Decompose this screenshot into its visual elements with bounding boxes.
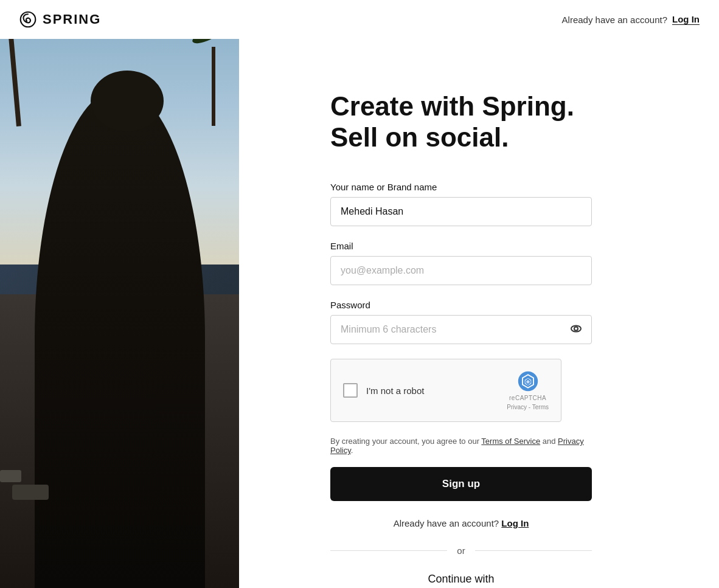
logo-text: SPRING [43, 12, 101, 27]
divider-text: or [457, 545, 465, 556]
spring-logo-icon [19, 11, 36, 28]
toggle-password-button[interactable] [569, 322, 583, 338]
logo[interactable]: SPRING [19, 11, 101, 28]
captcha-separator: - [529, 404, 530, 410]
eye-icon [569, 322, 583, 336]
recaptcha-box: I'm not a robot reCAPTCHA Privacy - Term… [330, 359, 561, 422]
already-login-link[interactable]: Log In [501, 518, 529, 528]
divider-line-left [330, 550, 447, 551]
captcha-left: I'm not a robot [343, 383, 424, 398]
figure [35, 88, 205, 588]
captcha-links: Privacy - Terms [507, 404, 549, 410]
terms-of-service-link[interactable]: Terms of Service [481, 437, 540, 446]
password-group: Password [330, 300, 592, 344]
header: SPRING Already have an account? Log In [0, 0, 719, 39]
divider-line-right [475, 550, 592, 551]
password-label: Password [330, 300, 592, 310]
header-right: Already have an account? Log In [562, 14, 700, 25]
right-panel: Create with Spring. Sell on social. Your… [239, 0, 719, 588]
password-wrapper [330, 315, 592, 344]
brand-name-input[interactable] [330, 197, 592, 226]
signup-button[interactable]: Sign up [330, 467, 592, 501]
brand-name-group: Your name or Brand name [330, 182, 592, 226]
email-label: Email [330, 241, 592, 251]
captcha-privacy-link[interactable]: Privacy [507, 404, 527, 410]
captcha-terms-link[interactable]: Terms [532, 404, 549, 410]
scene [0, 0, 239, 588]
brand-name-label: Your name or Brand name [330, 182, 592, 192]
captcha-label: I'm not a robot [366, 386, 424, 396]
captcha-right: reCAPTCHA Privacy - Terms [507, 370, 549, 410]
already-account-text: Already have an account? [562, 15, 667, 25]
continue-with-heading: Continue with [330, 573, 592, 586]
captcha-checkbox[interactable] [343, 383, 358, 398]
email-group: Email [330, 241, 592, 285]
header-login-link[interactable]: Log In [672, 14, 700, 25]
email-input[interactable] [330, 256, 592, 285]
already-account-row: Already have an account? Log In [330, 518, 592, 528]
hero-image [0, 0, 239, 588]
captcha-brand: reCAPTCHA [509, 395, 546, 401]
right-content: Create with Spring. Sell on social. Your… [239, 0, 665, 588]
head [91, 71, 164, 131]
recaptcha-logo-icon [517, 370, 539, 392]
page-title: Create with Spring. Sell on social. [330, 91, 592, 153]
password-input[interactable] [330, 315, 592, 344]
terms-text: By creating your account, you agree to o… [330, 437, 592, 455]
svg-point-2 [574, 327, 578, 331]
divider: or [330, 545, 592, 556]
left-panel [0, 0, 239, 588]
